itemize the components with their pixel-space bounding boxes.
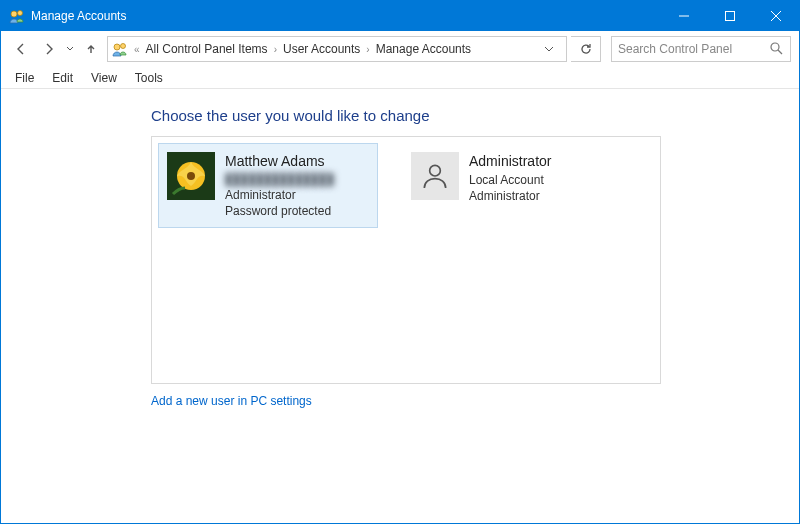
breadcrumb-item[interactable]: All Control Panel Items — [146, 42, 268, 56]
address-dropdown[interactable] — [544, 44, 562, 54]
breadcrumb-item[interactable]: User Accounts — [283, 42, 360, 56]
add-user-link[interactable]: Add a new user in PC settings — [151, 394, 312, 408]
search-icon — [770, 42, 784, 56]
svg-point-3 — [114, 44, 120, 50]
refresh-button[interactable] — [571, 36, 601, 62]
recent-locations-dropdown[interactable] — [65, 45, 75, 53]
menu-edit[interactable]: Edit — [44, 69, 81, 87]
user-accounts-icon — [112, 41, 128, 57]
svg-point-8 — [187, 172, 195, 180]
menu-tools[interactable]: Tools — [127, 69, 171, 87]
svg-point-4 — [121, 44, 126, 49]
forward-button[interactable] — [37, 37, 61, 61]
address-bar[interactable]: « All Control Panel Items › User Account… — [107, 36, 567, 62]
maximize-button[interactable] — [707, 1, 753, 31]
breadcrumb-item[interactable]: Manage Accounts — [376, 42, 471, 56]
up-button[interactable] — [79, 37, 103, 61]
title-bar: Manage Accounts — [1, 1, 799, 31]
account-card[interactable]: Matthew Adams ██████████████ Administrat… — [158, 143, 378, 228]
menu-file[interactable]: File — [7, 69, 42, 87]
svg-point-5 — [771, 43, 779, 51]
close-button[interactable] — [753, 1, 799, 31]
account-details: Administrator Local Account Administrato… — [469, 152, 551, 219]
content-area: Choose the user you would like to change… — [1, 89, 799, 409]
page-heading: Choose the user you would like to change — [151, 107, 799, 124]
search-box[interactable] — [611, 36, 791, 62]
accounts-panel: Matthew Adams ██████████████ Administrat… — [151, 136, 661, 384]
account-email: ██████████████ — [225, 172, 334, 187]
account-role: Administrator — [469, 188, 551, 204]
account-name: Administrator — [469, 152, 551, 171]
back-button[interactable] — [9, 37, 33, 61]
chevron-right-icon: › — [364, 44, 371, 55]
menu-view[interactable]: View — [83, 69, 125, 87]
account-subtitle: Local Account — [469, 172, 551, 188]
minimize-button[interactable] — [661, 1, 707, 31]
breadcrumb-prefix: « — [132, 44, 142, 55]
avatar-photo — [167, 152, 215, 200]
menu-bar: File Edit View Tools — [1, 67, 799, 89]
window-title: Manage Accounts — [31, 9, 126, 23]
avatar-generic-icon — [411, 152, 459, 200]
chevron-right-icon: › — [272, 44, 279, 55]
svg-rect-2 — [726, 12, 735, 21]
account-role: Administrator — [225, 187, 334, 203]
navigation-row: « All Control Panel Items › User Account… — [1, 31, 799, 67]
account-name: Matthew Adams — [225, 152, 334, 171]
account-card[interactable]: Administrator Local Account Administrato… — [402, 143, 622, 228]
account-details: Matthew Adams ██████████████ Administrat… — [225, 152, 334, 219]
search-input[interactable] — [618, 42, 770, 56]
user-accounts-icon — [9, 8, 25, 24]
account-status: Password protected — [225, 203, 334, 219]
svg-point-9 — [430, 165, 441, 176]
svg-point-1 — [18, 11, 23, 16]
svg-point-0 — [11, 11, 17, 17]
